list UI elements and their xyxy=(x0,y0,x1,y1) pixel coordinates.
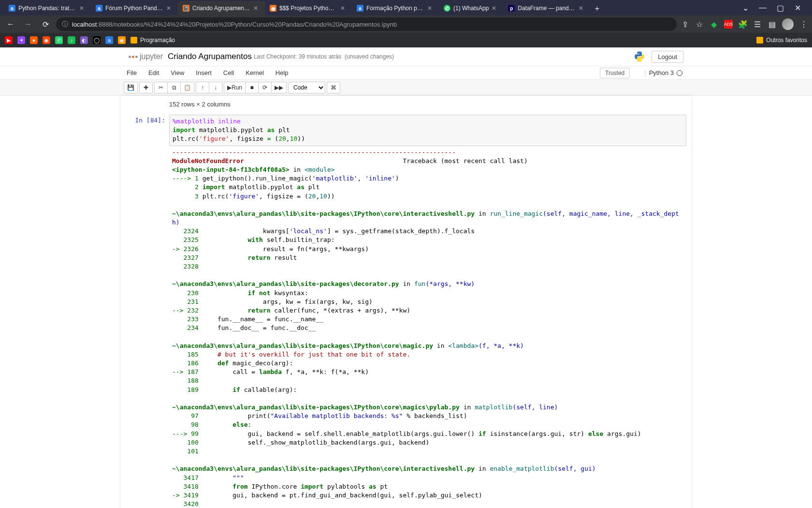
titlebar: a Python Pandas: tratando ✕ a Fórum Pyth… xyxy=(0,0,812,15)
browser-tab-active[interactable]: 📓 Criando Agrupamentos - ✕ xyxy=(178,1,265,15)
whatsapp-bookmark-icon[interactable]: ✆ xyxy=(55,36,63,44)
jupyter-dots-icon xyxy=(129,56,138,58)
close-icon[interactable]: ✕ xyxy=(253,5,260,12)
browser-tab[interactable]: ✆ (1) WhatsApp ✕ xyxy=(439,1,503,15)
alura-bookmark-icon[interactable]: a xyxy=(105,36,113,44)
trusted-indicator[interactable]: Trusted xyxy=(600,68,630,78)
close-icon[interactable]: ✕ xyxy=(579,5,585,12)
jupyter-header: jupyter Criando Agrupamentos Last Checkp… xyxy=(121,47,691,66)
logout-button[interactable]: Logout xyxy=(652,51,683,63)
menu-edit[interactable]: Edit xyxy=(143,66,165,79)
share-icon[interactable]: ⇪ xyxy=(681,20,689,29)
restart-run-all-button[interactable]: ▶▶ xyxy=(271,82,287,93)
move-down-button[interactable]: ↓ xyxy=(209,82,222,93)
twitch-bookmark-icon[interactable]: ✦ xyxy=(17,36,25,44)
save-button[interactable]: 💾 xyxy=(124,82,138,93)
bookmark-icon[interactable]: ◐ xyxy=(80,36,88,44)
new-tab-button[interactable]: + xyxy=(590,2,604,15)
reading-list-icon[interactable]: ☰ xyxy=(753,20,762,29)
folder-icon xyxy=(756,37,763,44)
close-icon[interactable]: ✕ xyxy=(492,5,498,12)
window-controls: ⌄ — ▢ ✕ xyxy=(735,3,808,13)
tab-title: $$$ Projetos Python/Curs xyxy=(279,5,337,12)
browser-tab[interactable]: ◉ $$$ Projetos Python/Curs ✕ xyxy=(265,1,352,15)
close-icon[interactable]: ✕ xyxy=(340,5,347,12)
reddit-bookmark-icon[interactable]: ● xyxy=(30,36,38,44)
alura-icon: a xyxy=(96,5,102,12)
minimize-icon[interactable]: — xyxy=(756,3,769,13)
notebook-container: 152 rows × 2 columns In [84]: %matplotli… xyxy=(121,96,691,508)
back-button[interactable]: ← xyxy=(4,17,17,31)
move-up-button[interactable]: ↑ xyxy=(196,82,209,93)
restart-button[interactable]: ⟳ xyxy=(258,82,272,93)
menu-kernel[interactable]: Kernel xyxy=(240,66,270,79)
code-cell[interactable]: In [84]: %matplotlib inline import matpl… xyxy=(124,113,688,508)
tab-strip: a Python Pandas: tratando ✕ a Fórum Pyth… xyxy=(4,0,735,15)
checkpoint-status: Last Checkpoint: 39 minutos atrás (unsav… xyxy=(254,53,394,60)
tab-title: Python Pandas: tratando xyxy=(18,5,76,12)
browser-chrome: a Python Pandas: tratando ✕ a Fórum Pyth… xyxy=(0,0,812,47)
maximize-icon[interactable]: ▢ xyxy=(773,3,787,13)
run-button[interactable]: ▶ Run xyxy=(224,82,246,93)
alura-icon: a xyxy=(9,5,15,12)
browser-toolbar: ← → ⟳ ⓘ localhost:8888/notebooks/%24%24%… xyxy=(0,15,812,33)
other-bookmarks[interactable]: Outros favoritos xyxy=(756,37,807,44)
cell-type-select[interactable]: Code xyxy=(288,82,325,93)
close-icon[interactable]: ✕ xyxy=(166,5,173,12)
jupyter-icon: 📓 xyxy=(183,5,189,12)
pandas-icon: p xyxy=(508,5,515,12)
input-prompt: In [84]: xyxy=(126,115,169,146)
youtube-bookmark-icon[interactable]: ▶ xyxy=(5,36,13,44)
menu-file[interactable]: File xyxy=(121,66,143,79)
toolbar-right-icons: ⇪ ☆ ◆ ADS 🧩 ☰ ▤ ⋮ xyxy=(681,18,808,30)
profile-avatar[interactable] xyxy=(782,18,794,30)
bookmark-icon[interactable]: ◉ xyxy=(118,36,126,44)
menu-help[interactable]: Help xyxy=(270,66,294,79)
bookmark-icon[interactable]: ◉ xyxy=(43,36,50,44)
bookmark-icon[interactable]: ◯ xyxy=(93,36,101,44)
close-icon[interactable]: ✕ xyxy=(791,3,804,13)
insert-cell-button[interactable]: ✚ xyxy=(139,82,153,93)
chevron-down-icon[interactable]: ⌄ xyxy=(739,3,752,13)
tab-title: Criando Agrupamentos - xyxy=(192,5,250,12)
kernel-idle-icon xyxy=(677,70,682,76)
close-icon[interactable]: ✕ xyxy=(427,5,434,12)
extensions-icon[interactable]: 🧩 xyxy=(739,20,747,29)
cut-button[interactable]: ✂ xyxy=(154,82,168,93)
jupyter-home-icon: ◉ xyxy=(270,5,276,12)
interrupt-button[interactable]: ■ xyxy=(245,82,259,93)
side-panel-icon[interactable]: ▤ xyxy=(768,20,776,29)
jupyter-logo[interactable]: jupyter xyxy=(129,52,163,61)
forward-button[interactable]: → xyxy=(21,17,35,31)
star-icon[interactable]: ☆ xyxy=(695,20,704,29)
bookmark-folder-label: Programação xyxy=(140,37,175,44)
tab-title: Fórum Python Pandas: tra xyxy=(105,5,163,12)
menu-insert[interactable]: Insert xyxy=(190,66,218,79)
whatsapp-icon: ✆ xyxy=(444,5,450,12)
alura-icon: a xyxy=(357,5,363,12)
code-editor[interactable]: %matplotlib inline import matplotlib.pyp… xyxy=(169,115,686,146)
spotify-bookmark-icon[interactable]: ♪ xyxy=(68,36,75,44)
bookmark-folder[interactable]: Programação xyxy=(130,37,175,44)
paste-button[interactable]: 📋 xyxy=(180,82,194,93)
menu-icon[interactable]: ⋮ xyxy=(799,20,808,29)
page-content: jupyter Criando Agrupamentos Last Checkp… xyxy=(0,47,812,508)
menu-cell[interactable]: Cell xyxy=(218,66,240,79)
extension-icon[interactable]: ◆ xyxy=(710,20,718,29)
browser-tab[interactable]: a Fórum Python Pandas: tra ✕ xyxy=(91,1,178,15)
jupyter-toolbar: 💾 ✚ ✂ ⧉ 📋 ↑ ↓ ▶ Run ■ ⟳ ▶▶ xyxy=(0,80,812,96)
browser-tab[interactable]: a Python Pandas: tratando ✕ xyxy=(4,1,91,15)
address-bar[interactable]: ⓘ localhost:8888/notebooks/%24%24%24%20P… xyxy=(56,17,677,31)
browser-tab[interactable]: p DataFrame — pandas 1.4 ✕ xyxy=(503,1,590,15)
close-icon[interactable]: ✕ xyxy=(79,5,86,12)
menu-view[interactable]: View xyxy=(165,66,190,79)
adblock-icon[interactable]: ADS xyxy=(724,20,733,29)
copy-button[interactable]: ⧉ xyxy=(167,82,181,93)
output-area: ----------------------------------------… xyxy=(126,146,686,508)
notebook-name[interactable]: Criando Agrupamentos xyxy=(168,52,252,61)
kernel-indicator[interactable]: | Python 3 xyxy=(644,69,691,76)
command-palette-button[interactable]: ⌘ xyxy=(327,82,340,93)
site-info-icon[interactable]: ⓘ xyxy=(62,20,68,29)
reload-button[interactable]: ⟳ xyxy=(39,17,52,31)
browser-tab[interactable]: a Formação Python para D ✕ xyxy=(352,1,439,15)
